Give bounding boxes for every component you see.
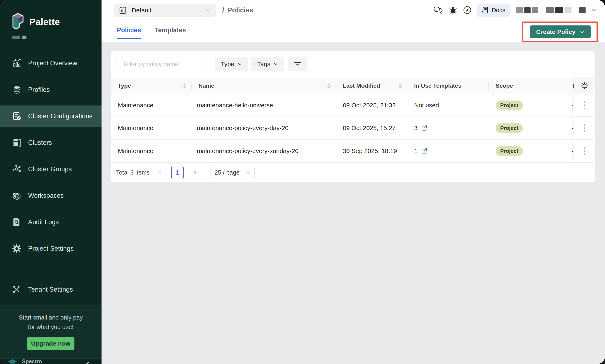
column-header-name[interactable]: Name: [192, 78, 336, 94]
user-menu-chevron-icon[interactable]: [591, 7, 597, 13]
external-link-icon[interactable]: [421, 148, 428, 154]
sort-icon[interactable]: [183, 83, 186, 89]
column-header-type[interactable]: Type: [111, 78, 192, 94]
sidebar-item-cluster-groups[interactable]: Cluster Groups: [0, 158, 102, 180]
kebab-menu-icon[interactable]: [582, 145, 587, 157]
table-row[interactable]: Maintenance maintenance-policy-every-day…: [111, 117, 595, 140]
sidebar-item-audit-logs[interactable]: Audit Logs: [0, 211, 102, 233]
sidebar-item-tenant-settings[interactable]: Tenant Settings: [0, 279, 102, 300]
chevron-down-icon: [238, 62, 242, 66]
feedback-chat-icon[interactable]: [434, 6, 443, 14]
layers-icon: [12, 85, 22, 94]
redacted-block: [22, 36, 26, 39]
upgrade-now-button[interactable]: Upgrade now: [27, 337, 75, 350]
table-row[interactable]: Maintenance maintenance-hello-universe 0…: [111, 94, 595, 117]
pagination-page-1[interactable]: 1: [171, 166, 184, 179]
sidebar-item-label: Audit Logs: [28, 218, 59, 226]
sidebar-item-clusters[interactable]: Clusters: [0, 132, 102, 154]
sort-icon[interactable]: [327, 83, 331, 89]
chevron-down-icon: [246, 170, 250, 175]
column-header-in-use-templates: In Use Templates: [407, 78, 489, 94]
sidebar-collapse-button[interactable]: [85, 361, 90, 364]
redacted-block: [13, 36, 20, 39]
book-icon: [482, 7, 489, 14]
sort-icon[interactable]: [399, 83, 402, 89]
table-row[interactable]: Maintenance maintenance-policy-every-sun…: [111, 140, 595, 162]
row-actions: [574, 94, 595, 117]
breadcrumb-current: Policies: [227, 6, 253, 14]
sidebar-item-workspaces[interactable]: Workspaces: [0, 185, 102, 206]
project-selector[interactable]: Default: [114, 4, 216, 17]
cell-last-modified: 09 Oct 2025, 21:32: [336, 94, 407, 117]
docs-button-label: Docs: [492, 7, 505, 14]
sidebar-item-cluster-configurations[interactable]: Cluster Configurations: [0, 105, 102, 127]
scope-badge: Project: [496, 146, 523, 156]
compass-explore-icon[interactable]: [463, 6, 472, 15]
cell-in-use: Not used: [407, 94, 489, 117]
cell-clipped: -: [566, 117, 574, 139]
redacted-block: [532, 7, 538, 13]
cell-name: maintenance-policy-every-day-20: [192, 117, 336, 139]
cell-clipped: -: [566, 94, 574, 117]
scope-badge: Project: [496, 123, 523, 133]
cell-name: maintenance-hello-universe: [192, 94, 336, 117]
kebab-menu-icon[interactable]: [582, 99, 587, 111]
search-input[interactable]: [123, 61, 201, 68]
chevron-down-icon: [206, 8, 211, 13]
scope-badge: Project: [496, 101, 523, 110]
kebab-menu-icon[interactable]: [582, 122, 587, 134]
row-actions: [574, 140, 595, 162]
tags-filter-dropdown[interactable]: Tags: [251, 57, 284, 71]
brand-name: Palette: [29, 17, 60, 27]
page-size-select[interactable]: 25 / page: [210, 166, 255, 179]
sidebar-item-label: Project Settings: [28, 245, 74, 252]
redacted-block: [524, 7, 530, 13]
breadcrumb: / Policies: [222, 6, 253, 14]
redacted-gap: [540, 7, 544, 13]
redacted-block: [555, 7, 563, 13]
chevron-down-icon: [273, 62, 278, 66]
sidebar-item-project-overview[interactable]: Project Overview: [0, 52, 102, 74]
pagination-prev-button[interactable]: [156, 168, 164, 177]
sidebar-item-label: Cluster Configurations: [28, 113, 92, 120]
tab-templates[interactable]: Templates: [155, 26, 186, 39]
type-filter-dropdown[interactable]: Type: [215, 57, 248, 71]
tab-policies[interactable]: Policies: [117, 26, 141, 39]
column-settings-button[interactable]: [574, 78, 595, 94]
redacted-block: [565, 7, 571, 13]
sidebar-footer: Spectro Cloud: [0, 358, 102, 364]
cell-scope: Project: [489, 94, 566, 117]
external-link-icon[interactable]: [421, 125, 428, 131]
redacted-block: [579, 7, 586, 13]
orbit-icon: [12, 191, 22, 200]
filter-bar: Type Tags: [111, 51, 595, 78]
create-policy-button[interactable]: Create Policy: [530, 26, 591, 38]
type-filter-label: Type: [221, 61, 234, 68]
page-tabs: Policies Templates: [117, 26, 186, 39]
chevron-down-icon: [579, 29, 585, 34]
pagination-next-button[interactable]: [191, 168, 199, 177]
policy-search[interactable]: [116, 57, 204, 71]
filter-options-button[interactable]: [288, 57, 307, 71]
cell-type: Maintenance: [111, 94, 192, 117]
annotation-highlight-box: Create Policy: [522, 22, 598, 42]
create-policy-label: Create Policy: [536, 28, 575, 35]
docs-button[interactable]: Docs: [477, 3, 510, 17]
tools-icon: [12, 285, 22, 294]
main-area: Default / Policies: [102, 0, 605, 364]
sidebar: Palette Project Overview: [0, 0, 102, 364]
column-header-clipped: T: [566, 78, 574, 94]
sidebar-item-profiles[interactable]: Profiles: [0, 79, 102, 101]
column-header-last-modified[interactable]: Last Modified: [336, 78, 407, 94]
sidebar-item-project-settings[interactable]: Project Settings: [0, 238, 102, 259]
cell-name: maintenance-policy-every-sunday-20: [192, 140, 336, 162]
breadcrumb-separator: /: [222, 6, 224, 14]
cell-scope: Project: [489, 140, 566, 162]
bug-report-icon[interactable]: [449, 6, 457, 14]
sidebar-item-label: Tenant Settings: [28, 286, 73, 293]
app-window: Palette Project Overview: [0, 0, 605, 364]
cell-last-modified: 30 Sep 2025, 18:19: [336, 140, 407, 162]
doc-search-icon: [12, 217, 22, 227]
divider: [208, 59, 208, 69]
spectro-cloud-wordmark: Spectro Cloud: [22, 359, 42, 364]
